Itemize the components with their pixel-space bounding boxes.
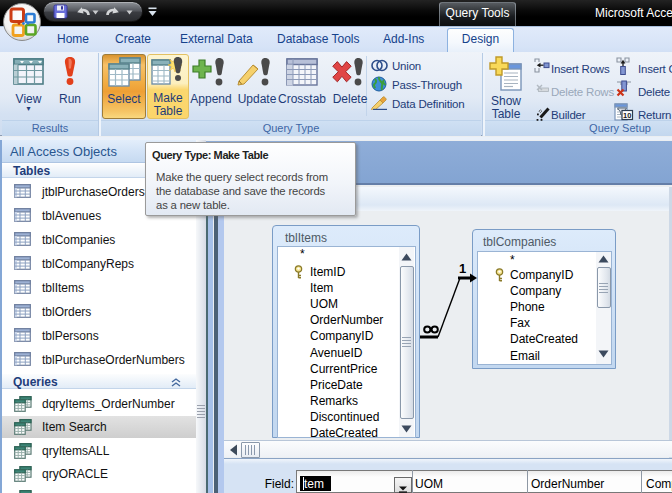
svg-text:10: 10 (623, 111, 631, 120)
